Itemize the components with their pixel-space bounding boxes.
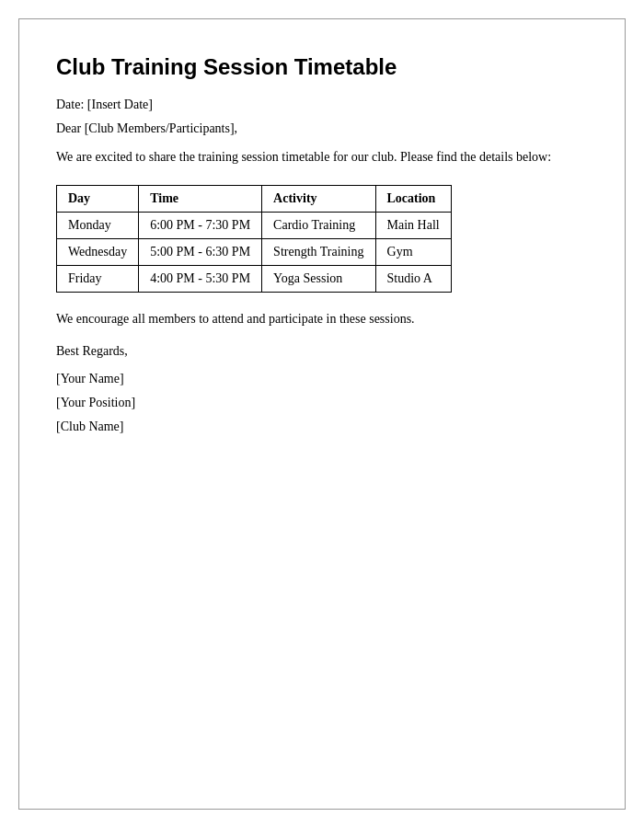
club-line: [Club Name] [56, 420, 588, 434]
table-cell: Cardio Training [262, 212, 375, 238]
col-header-location: Location [375, 185, 451, 212]
name-line: [Your Name] [56, 372, 588, 386]
table-header-row: Day Time Activity Location [57, 185, 452, 212]
position-line: [Your Position] [56, 396, 588, 410]
date-line: Date: [Insert Date] [56, 98, 588, 112]
table-cell: Friday [57, 265, 139, 292]
col-header-activity: Activity [262, 185, 375, 212]
table-row: Monday6:00 PM - 7:30 PMCardio TrainingMa… [57, 212, 452, 238]
col-header-day: Day [57, 185, 139, 212]
table-cell: Studio A [375, 265, 451, 292]
table-cell: Main Hall [375, 212, 451, 238]
table-row: Friday4:00 PM - 5:30 PMYoga SessionStudi… [57, 265, 452, 292]
intro-text: We are excited to share the training ses… [56, 147, 588, 167]
timetable: Day Time Activity Location Monday6:00 PM… [56, 185, 452, 293]
table-cell: Monday [57, 212, 139, 238]
table-cell: Wednesday [57, 238, 139, 265]
table-cell: 6:00 PM - 7:30 PM [139, 212, 262, 238]
table-cell: 4:00 PM - 5:30 PM [139, 265, 262, 292]
page-container: Club Training Session Timetable Date: [I… [18, 18, 626, 810]
salutation: Dear [Club Members/Participants], [56, 121, 588, 136]
col-header-time: Time [139, 185, 262, 212]
table-cell: Gym [375, 238, 451, 265]
encourage-text: We encourage all members to attend and p… [56, 309, 588, 329]
page-title: Club Training Session Timetable [56, 52, 588, 81]
regards: Best Regards, [56, 344, 588, 359]
table-cell: 5:00 PM - 6:30 PM [139, 238, 262, 265]
table-cell: Strength Training [262, 238, 375, 265]
table-row: Wednesday5:00 PM - 6:30 PMStrength Train… [57, 238, 452, 265]
table-cell: Yoga Session [262, 265, 375, 292]
